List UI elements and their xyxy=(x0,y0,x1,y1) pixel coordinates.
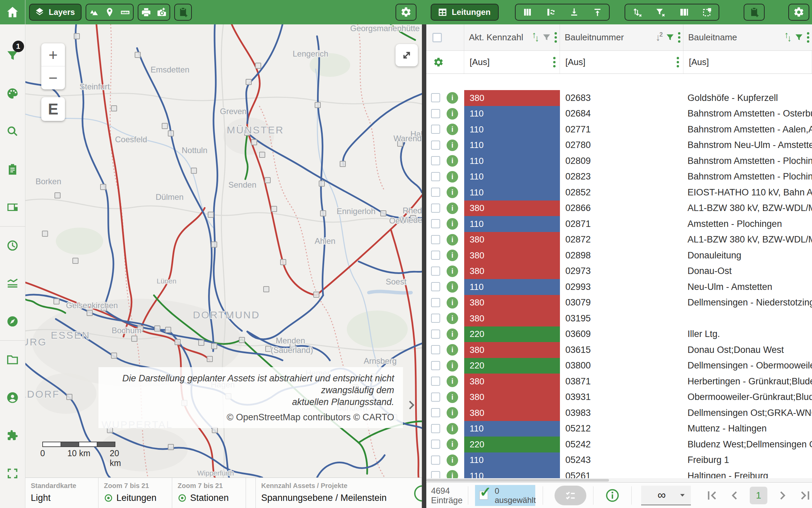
leitungen-table-button[interactable]: Leitungen xyxy=(431,4,499,21)
row-checkbox[interactable] xyxy=(431,219,440,228)
row-checkbox[interactable] xyxy=(431,235,440,244)
sidebar-item-search[interactable] xyxy=(0,112,25,150)
header-checkbox[interactable] xyxy=(432,33,442,42)
filter-funnel-icon[interactable] xyxy=(666,33,675,42)
map-station-marker[interactable] xyxy=(135,52,140,58)
horizontal-scrollbar[interactable] xyxy=(426,478,812,482)
row-info-button[interactable]: i xyxy=(447,234,458,246)
map-station-marker[interactable] xyxy=(111,353,117,358)
map-station-marker[interactable] xyxy=(132,336,137,341)
column-header-1[interactable]: Akt. Kennzahl↑↓ xyxy=(464,24,560,50)
map-station-marker[interactable] xyxy=(239,337,245,343)
filter-funnel-icon[interactable] xyxy=(794,33,804,42)
zoom-in-button[interactable]: + xyxy=(41,43,65,66)
row-checkbox[interactable] xyxy=(431,345,440,354)
sidebar-item-worklist[interactable] xyxy=(0,150,25,188)
row-info-button[interactable]: i xyxy=(447,360,458,372)
row-info-button[interactable]: i xyxy=(447,203,458,214)
previous-page-button[interactable] xyxy=(727,488,742,503)
table-row[interactable]: i22005242Bludenz West;Dellmensingen Ost xyxy=(426,437,812,452)
map-station-marker[interactable] xyxy=(340,161,345,167)
panel-divider[interactable] xyxy=(422,0,426,508)
table-row[interactable]: i11002684Bahnstrom Amstetten - Osterburk xyxy=(426,106,812,122)
row-info-button[interactable]: i xyxy=(447,140,458,151)
table-info-button[interactable] xyxy=(605,488,620,503)
layers-button[interactable]: Layers xyxy=(29,4,82,21)
scrollbar-thumb[interactable] xyxy=(426,479,609,482)
print-button[interactable] xyxy=(138,4,154,20)
select-rows-button[interactable] xyxy=(695,4,719,20)
table-row[interactable]: i11005243Freiburg 1 xyxy=(426,452,812,468)
table-row[interactable]: i38002973Donau-Ost xyxy=(426,263,812,279)
filter-funnel-icon[interactable] xyxy=(542,33,551,42)
row-checkbox[interactable] xyxy=(431,456,440,465)
table-row[interactable]: i38003931Obermooweiler-Grünkraut;Bluder xyxy=(426,389,812,405)
pin-columns-button[interactable] xyxy=(672,4,695,20)
map-station-marker[interactable] xyxy=(211,242,217,247)
row-info-button[interactable]: i xyxy=(447,376,458,387)
move-columns-button[interactable] xyxy=(539,4,562,20)
layer-leitungen-status[interactable]: Zoom 7 bis 21Leitungen xyxy=(98,478,172,508)
map-station-marker[interactable] xyxy=(315,102,320,108)
row-info-button[interactable]: i xyxy=(447,329,458,340)
measure-button[interactable] xyxy=(117,4,133,20)
row-checkbox[interactable] xyxy=(431,267,440,276)
map-station-marker[interactable] xyxy=(67,394,72,400)
table-settings-button[interactable] xyxy=(788,4,809,21)
table-row[interactable]: i38003871Herbertingen - Grünkraut;Bluden xyxy=(426,374,812,389)
table-row[interactable]: i22003609Iller Ltg. xyxy=(426,326,812,342)
row-checkbox[interactable] xyxy=(431,330,440,339)
map-settings-button[interactable] xyxy=(396,4,416,21)
map-station-marker[interactable] xyxy=(162,123,167,129)
table-row[interactable]: i11002771Bahnstrom Amstetten - Aalen,Am xyxy=(426,122,812,137)
map-station-marker[interactable] xyxy=(265,177,270,183)
row-checkbox[interactable] xyxy=(431,377,440,386)
map-station-marker[interactable] xyxy=(320,211,326,216)
map-station-marker[interactable] xyxy=(271,206,277,212)
selection-summary[interactable]: ✓ 0 ausgewählt xyxy=(475,485,535,506)
table-clipboard-add-button[interactable] xyxy=(744,4,765,21)
map-station-marker[interactable] xyxy=(314,292,319,297)
map-station-marker[interactable] xyxy=(381,211,386,216)
map-station-marker[interactable] xyxy=(266,346,271,352)
last-page-button[interactable] xyxy=(798,488,812,503)
map-station-marker[interactable] xyxy=(251,140,257,145)
table-row[interactable]: i38002683Goldshöfe - Kupferzell xyxy=(426,90,812,106)
table-row[interactable]: i38003983Dellmensingen Ost;GRKA-WNGEN xyxy=(426,405,812,421)
column-chooser-button[interactable] xyxy=(516,4,539,20)
table-row[interactable]: i38003615Donau Ost;Donau West xyxy=(426,342,812,358)
map-station-marker[interactable] xyxy=(255,63,261,68)
row-checkbox[interactable] xyxy=(431,188,440,197)
map-station-marker[interactable] xyxy=(73,258,78,263)
row-info-button[interactable]: i xyxy=(447,155,458,167)
map-station-marker[interactable] xyxy=(208,212,213,217)
column-menu-icon[interactable] xyxy=(807,32,809,43)
map-station-marker[interactable] xyxy=(280,259,286,265)
sidebar-item-addons[interactable] xyxy=(0,417,25,454)
row-info-button[interactable]: i xyxy=(447,391,458,403)
map-station-marker[interactable] xyxy=(54,299,59,304)
map-station-marker[interactable] xyxy=(211,343,217,349)
sidebar-item-profile[interactable] xyxy=(0,264,25,302)
map-station-marker[interactable] xyxy=(74,34,80,39)
map-station-marker[interactable] xyxy=(165,327,171,333)
row-checkbox[interactable] xyxy=(431,393,440,402)
row-info-button[interactable]: i xyxy=(447,297,458,309)
map-station-marker[interactable] xyxy=(246,79,251,85)
row-info-button[interactable]: i xyxy=(447,124,458,135)
map-station-marker[interactable] xyxy=(155,326,160,331)
row-info-button[interactable]: i xyxy=(447,313,458,324)
row-checkbox[interactable] xyxy=(431,204,440,213)
row-checkbox[interactable] xyxy=(431,440,440,449)
kennzahl-status[interactable]: Kennzahl Assets / ProjekteSpannungsebene… xyxy=(256,478,422,508)
row-checkbox[interactable] xyxy=(431,141,440,150)
map-station-marker[interactable] xyxy=(260,152,265,157)
sidebar-item-styling[interactable] xyxy=(0,75,25,112)
row-checkbox[interactable] xyxy=(431,298,440,307)
table-row[interactable]: i11002809Bahnstrom Amstetten - Plochinge xyxy=(426,153,812,169)
column-menu-icon[interactable] xyxy=(555,32,557,43)
sidebar-item-projects[interactable] xyxy=(0,341,25,379)
row-info-button[interactable]: i xyxy=(447,454,458,466)
filter-menu-icon[interactable] xyxy=(553,57,556,67)
collapse-disclaimer-button[interactable] xyxy=(405,398,417,412)
